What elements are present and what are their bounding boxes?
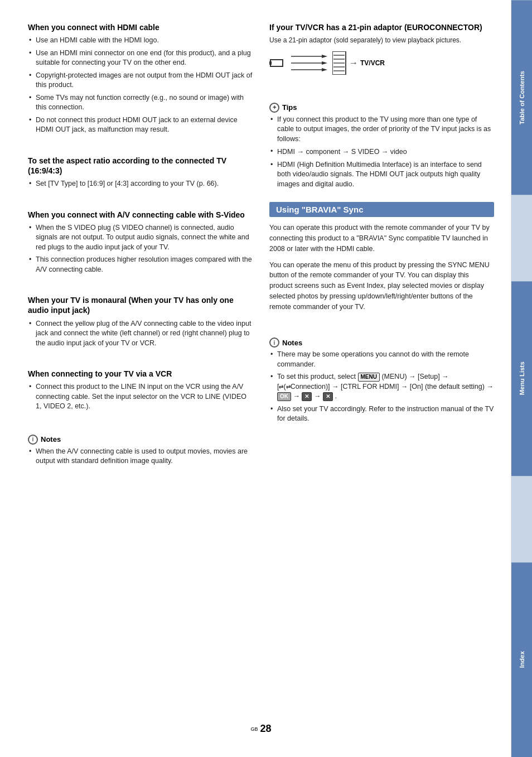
section-hdmi-cable-title: When you connect with HDMI cable bbox=[28, 22, 253, 32]
list-item: Connect this product to the LINE IN inpu… bbox=[28, 382, 253, 412]
list-item: If you connect this product to the TV us… bbox=[269, 115, 494, 144]
section-bravia-sync: Using "BRAVIA" Sync You can operate this… bbox=[269, 202, 494, 317]
sidebar-spacer-2 bbox=[511, 476, 532, 562]
connection-icon: ⇄ bbox=[279, 384, 283, 390]
list-item: Connect the yellow plug of the A/V conne… bbox=[28, 319, 253, 349]
section-via-vcr-list: Connect this product to the LINE IN inpu… bbox=[28, 382, 253, 412]
right-sidebar: Table of Contents Menu Lists Index bbox=[511, 0, 532, 757]
right-column: If your TV/VCR has a 21-pin adaptor (EUR… bbox=[269, 22, 494, 469]
section-av-svideo-list: When the S VIDEO plug (S VIDEO channel) … bbox=[28, 223, 253, 275]
sidebar-tab-table-of-contents[interactable]: Table of Contents bbox=[511, 0, 532, 195]
list-item: When the A/V connecting cable is used to… bbox=[28, 447, 253, 466]
section-monaural: When your TV is monaural (When your TV h… bbox=[28, 295, 253, 351]
tips-block: ✦ Tips If you connect this product to th… bbox=[269, 103, 494, 192]
cable-diagram-icon bbox=[291, 52, 330, 74]
svg-marker-7 bbox=[322, 68, 327, 71]
list-item: Also set your TV accordingly. Refer to t… bbox=[269, 404, 494, 424]
sidebar-tab-index[interactable]: Index bbox=[511, 562, 532, 757]
list-item: Do not connect this product HDMI OUT jac… bbox=[28, 115, 253, 135]
section-monaural-title: When your TV is monaural (When your TV h… bbox=[28, 295, 253, 315]
bravia-sync-header: Using "BRAVIA" Sync bbox=[269, 202, 494, 217]
tips-list: If you connect this product to the TV us… bbox=[269, 115, 494, 190]
sidebar-tab-menu-lists[interactable]: Menu Lists bbox=[511, 281, 532, 476]
section-hdmi-cable: When you connect with HDMI cable Use an … bbox=[28, 22, 253, 138]
left-column: When you connect with HDMI cable Use an … bbox=[28, 22, 253, 469]
ok-button-icon: OK bbox=[277, 392, 291, 401]
bravia-notes-title: i Notes bbox=[269, 337, 494, 348]
list-item-hdmi-chain: HDMI → component → S VIDEO → video bbox=[269, 147, 494, 157]
tips-title: ✦ Tips bbox=[269, 103, 494, 113]
list-item: This connection produces higher resoluti… bbox=[28, 255, 253, 274]
section-av-svideo: When you connect with A/V connecting cab… bbox=[28, 210, 253, 278]
main-content: When you connect with HDMI cable Use an … bbox=[0, 0, 511, 757]
left-notes-title: i Notes bbox=[28, 435, 253, 445]
connector-pins-icon bbox=[332, 51, 347, 75]
section-monaural-list: Connect the yellow plug of the A/V conne… bbox=[28, 319, 253, 349]
x-button-icon2: ✕ bbox=[323, 392, 333, 401]
svg-marker-5 bbox=[322, 61, 327, 65]
section-via-vcr: When connecting to your TV via a VCR Con… bbox=[28, 369, 253, 414]
list-item: When the S VIDEO plug (S VIDEO channel) … bbox=[28, 223, 253, 253]
hdmi-chain-text: HDMI → component → S VIDEO → video bbox=[277, 148, 407, 156]
list-item-menu-setup: To set this product, select MENU (MENU) … bbox=[269, 372, 494, 402]
euroconnector-body: Use a 21-pin adaptor (sold separately) t… bbox=[269, 36, 494, 45]
list-item: HDMI (High Definition Multimedia Interfa… bbox=[269, 160, 494, 190]
section-euroconnector-title: If your TV/VCR has a 21-pin adaptor (EUR… bbox=[269, 22, 494, 32]
page-wrapper: When you connect with HDMI cable Use an … bbox=[0, 0, 532, 757]
left-notes-list: When the A/V connecting cable is used to… bbox=[28, 447, 253, 466]
section-hdmi-cable-list: Use an HDMI cable with the HDMI logo. Us… bbox=[28, 36, 253, 135]
list-item: Some TVs may not function correctly (e.g… bbox=[28, 93, 253, 113]
bravia-notes-block: i Notes There may be some operations you… bbox=[269, 337, 494, 427]
svg-marker-3 bbox=[322, 55, 327, 58]
list-item: Copyright-protected images are not outpu… bbox=[28, 71, 253, 90]
svg-rect-0 bbox=[270, 60, 283, 66]
page-number-prefix: GB bbox=[250, 726, 258, 732]
bravia-body1: You can operate this product with the re… bbox=[269, 223, 494, 254]
sidebar-spacer-1 bbox=[511, 195, 532, 281]
section-aspect-ratio: To set the aspect ratio according to the… bbox=[28, 156, 253, 192]
list-item: Use an HDMI cable with the HDMI logo. bbox=[28, 36, 253, 46]
section-via-vcr-title: When connecting to your TV via a VCR bbox=[28, 369, 253, 379]
svg-rect-1 bbox=[269, 61, 272, 65]
page-number: 28 bbox=[260, 723, 271, 735]
section-aspect-ratio-list: Set [TV Type] to [16:9] or [4:3] accordi… bbox=[28, 179, 253, 189]
tv-vcr-label: TV/VCR bbox=[360, 59, 385, 67]
connection-icon2: ⇄ bbox=[286, 384, 291, 390]
diagram-arrow: → bbox=[349, 58, 358, 68]
two-col-layout: When you connect with HDMI cable Use an … bbox=[28, 22, 494, 469]
euroconnector-diagram: → TV/VCR bbox=[269, 51, 494, 75]
notes-icon: i bbox=[28, 435, 38, 445]
list-item: Set [TV Type] to [16:9] or [4:3] accordi… bbox=[28, 179, 253, 189]
bravia-notes-icon: i bbox=[269, 337, 279, 348]
page-number-area: GB 28 bbox=[28, 717, 494, 735]
list-item: There may be some operations you cannot … bbox=[269, 350, 494, 369]
plug-left-icon bbox=[269, 57, 289, 69]
bravia-notes-list: There may be some operations you cannot … bbox=[269, 350, 494, 424]
list-item: Use an HDMI mini connector on one end (f… bbox=[28, 49, 253, 68]
bravia-body2: You can operate the menu of this product… bbox=[269, 260, 494, 312]
left-notes-block: i Notes When the A/V connecting cable is… bbox=[28, 435, 253, 469]
menu-button-icon: MENU bbox=[358, 373, 380, 382]
tips-icon: ✦ bbox=[269, 103, 279, 113]
section-aspect-ratio-title: To set the aspect ratio according to the… bbox=[28, 156, 253, 176]
section-av-svideo-title: When you connect with A/V connecting cab… bbox=[28, 210, 253, 220]
x-button-icon: ✕ bbox=[302, 392, 312, 401]
section-euroconnector: If your TV/VCR has a 21-pin adaptor (EUR… bbox=[269, 22, 494, 83]
